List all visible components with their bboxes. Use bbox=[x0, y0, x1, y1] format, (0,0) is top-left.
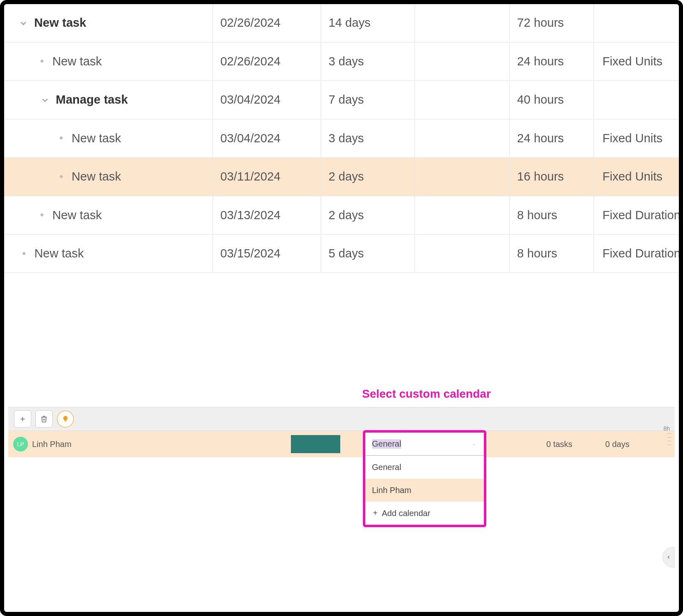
bullet-icon: • bbox=[40, 209, 44, 222]
avatar: LP bbox=[13, 437, 28, 452]
task-duration: 3 days bbox=[328, 132, 364, 146]
plus-icon bbox=[372, 509, 379, 518]
chevron-down-icon[interactable] bbox=[19, 18, 28, 28]
task-date: 03/04/2024 bbox=[221, 93, 281, 107]
resource-color-swatch bbox=[291, 435, 340, 453]
task-work: 8 hours bbox=[517, 208, 557, 222]
bullet-icon: • bbox=[59, 170, 63, 183]
task-work: 16 hours bbox=[517, 170, 564, 184]
task-row[interactable]: •New task02/26/20243 days24 hoursFixed U… bbox=[4, 42, 683, 81]
delete-button[interactable] bbox=[35, 410, 53, 428]
task-work: 8 hours bbox=[517, 247, 557, 261]
resource-panel: Select custom calendar LP Linh Pham 0 ta… bbox=[8, 407, 675, 457]
task-row[interactable]: •New task03/15/20245 days8 hoursFixed Du… bbox=[4, 235, 683, 273]
chevron-down-icon[interactable] bbox=[40, 95, 50, 104]
bulb-button[interactable] bbox=[57, 410, 74, 428]
task-row[interactable]: •New task03/11/20242 days16 hoursFixed U… bbox=[4, 158, 683, 196]
task-row[interactable]: •New task03/04/20243 days24 hoursFixed U… bbox=[4, 119, 683, 157]
task-date: 03/15/2024 bbox=[221, 247, 281, 261]
add-button[interactable] bbox=[14, 410, 31, 428]
calendar-option-linh-pham[interactable]: Linh Pham bbox=[365, 479, 484, 502]
axis-ticks bbox=[667, 433, 671, 445]
hours-axis-label: 8h bbox=[663, 425, 670, 432]
task-type: Fixed Duration bbox=[602, 208, 681, 222]
task-type: Fixed Units bbox=[602, 132, 662, 146]
task-type: Fixed Units bbox=[602, 170, 662, 184]
task-name: New task bbox=[52, 55, 102, 69]
task-name: New task bbox=[34, 16, 86, 30]
task-row[interactable]: •New task03/13/20242 days8 hoursFixed Du… bbox=[4, 196, 683, 234]
bullet-icon: • bbox=[59, 132, 63, 145]
tasks-count: 0 tasks bbox=[546, 440, 572, 449]
calendar-option-general[interactable]: General bbox=[365, 456, 484, 479]
task-date: 03/11/2024 bbox=[221, 170, 281, 184]
task-duration: 2 days bbox=[328, 170, 364, 184]
resource-row[interactable]: LP Linh Pham 0 tasks 0 days 8h bbox=[8, 431, 675, 457]
bullet-icon: • bbox=[22, 247, 26, 260]
add-calendar-option[interactable]: Add calendar bbox=[365, 502, 484, 525]
task-date: 02/26/2024 bbox=[221, 55, 281, 69]
task-date: 03/13/2024 bbox=[221, 208, 281, 222]
task-duration: 3 days bbox=[328, 55, 364, 69]
task-table: New task02/26/202414 days72 hours•New ta… bbox=[4, 4, 683, 273]
task-work: 40 hours bbox=[517, 93, 564, 107]
task-type: Fixed Duration bbox=[602, 247, 681, 261]
task-duration: 2 days bbox=[328, 208, 364, 222]
annotation-label: Select custom calendar bbox=[362, 387, 491, 401]
task-name: New task bbox=[34, 247, 84, 261]
days-count: 0 days bbox=[605, 440, 630, 449]
task-work: 24 hours bbox=[517, 55, 564, 69]
task-date: 02/26/2024 bbox=[221, 16, 281, 30]
task-work: 24 hours bbox=[517, 132, 564, 146]
task-name: New task bbox=[72, 132, 121, 146]
chevron-up-icon bbox=[471, 439, 477, 449]
resource-toolbar bbox=[8, 407, 675, 431]
task-duration: 14 days bbox=[328, 16, 370, 30]
bullet-icon: • bbox=[40, 55, 44, 68]
task-duration: 7 days bbox=[328, 93, 364, 107]
calendar-selected-label: General bbox=[372, 439, 401, 449]
task-row[interactable]: Manage task03/04/20247 days40 hours bbox=[4, 81, 683, 119]
task-work: 72 hours bbox=[517, 16, 564, 30]
calendar-dropdown[interactable]: General General Linh Pham Add calendar bbox=[363, 430, 486, 527]
task-type: Fixed Units bbox=[602, 55, 662, 69]
task-name: New task bbox=[72, 170, 121, 184]
side-handle[interactable] bbox=[662, 547, 675, 567]
resource-metrics: 0 tasks 0 days bbox=[546, 440, 630, 449]
resource-name: Linh Pham bbox=[32, 440, 72, 449]
add-calendar-label: Add calendar bbox=[382, 509, 430, 518]
task-name: New task bbox=[52, 208, 102, 222]
task-row[interactable]: New task02/26/202414 days72 hours bbox=[4, 4, 683, 42]
task-duration: 5 days bbox=[328, 247, 364, 261]
calendar-selected[interactable]: General bbox=[365, 433, 484, 456]
task-name: Manage task bbox=[56, 93, 128, 107]
task-date: 03/04/2024 bbox=[221, 132, 281, 146]
